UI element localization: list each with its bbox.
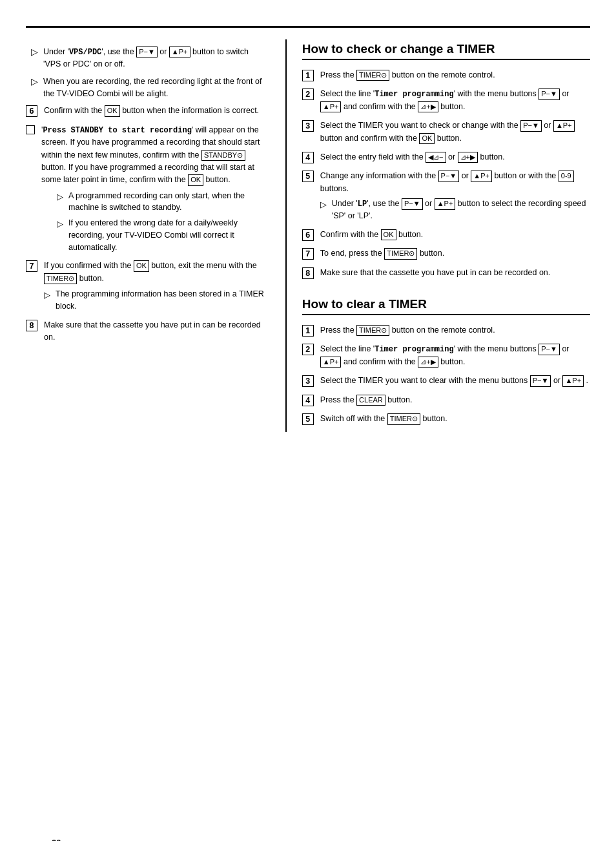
check-step-8: 8 Make sure that the cassette you have p…: [302, 267, 590, 279]
check-step-num-1: 1: [302, 70, 314, 81]
sub-arrow-icon-1: ▷: [57, 191, 63, 203]
sub-arrow-text-check-5: Under 'LP', use the P−▼ or ▲P+ button to…: [332, 198, 590, 222]
section-title-clear: How to clear a TIMER: [302, 297, 590, 315]
clear-step-4: 4 Press the CLEAR button.: [302, 394, 590, 406]
clear-step-num-1: 1: [302, 325, 314, 337]
clear-step-num-5: 5: [302, 413, 314, 425]
step-num-6: 6: [26, 105, 37, 117]
check-step-6: 6 Confirm with the OK button.: [302, 229, 590, 241]
clear-step-text-2: Select the line 'Timer programming' with…: [320, 343, 590, 368]
check-step-text-6: Confirm with the OK button.: [320, 229, 590, 241]
step-6: 6 Confirm with the OK button when the in…: [26, 105, 266, 117]
arrow-text-vps: Under 'VPS/PDC', use the P−▼ or ▲P+ butt…: [43, 46, 266, 70]
step-8: 8 Make sure that the cassette you have p…: [26, 319, 266, 344]
check-step-num-4: 4: [302, 152, 314, 163]
sub-arrow-check-5: ▷ Under 'LP', use the P−▼ or ▲P+ button …: [320, 198, 590, 222]
check-step-3: 3 Select the TIMER you want to check or …: [302, 119, 590, 145]
clear-step-1: 1 Press the TIMER⊙ button on the remote …: [302, 324, 590, 337]
clear-step-text-1: Press the TIMER⊙ button on the remote co…: [320, 324, 590, 337]
clear-step-num-2: 2: [302, 344, 314, 355]
section-clear-timer: How to clear a TIMER 1 Press the TIMER⊙ …: [302, 297, 590, 425]
sub-arrow-icon-7: ▷: [44, 289, 50, 302]
arrow-icon: ▷: [31, 47, 38, 57]
check-step-num-2: 2: [302, 88, 314, 100]
clear-step-text-3: Select the TIMER you want to clear with …: [320, 375, 590, 387]
step-7: 7 If you confirmed with the OK button, e…: [26, 260, 266, 312]
check-step-num-6: 6: [302, 229, 314, 241]
clear-step-text-4: Press the CLEAR button.: [320, 394, 590, 406]
sub-arrow-icon-check-5: ▷: [320, 198, 327, 211]
check-step-text-7: To end, press the TIMER⊙ button.: [320, 247, 590, 260]
step-num-7: 7: [26, 260, 37, 272]
step-text-7: If you confirmed with the OK button, exi…: [44, 260, 266, 312]
check-step-text-3: Select the TIMER you want to check or ch…: [320, 119, 590, 145]
check-step-7: 7 To end, press the TIMER⊙ button.: [302, 247, 590, 260]
sub-arrow-standby-2: ▷ If you entered the wrong date for a da…: [57, 217, 266, 253]
clear-step-3: 3 Select the TIMER you want to clear wit…: [302, 375, 590, 387]
section-check-timer: How to check or change a TIMER 1 Press t…: [302, 42, 590, 279]
top-rule: [26, 26, 590, 28]
checkbox-icon: [26, 125, 35, 134]
check-step-text-1: Press the TIMER⊙ button on the remote co…: [320, 69, 590, 81]
sub-arrow-icon-2: ▷: [57, 218, 63, 231]
checkbox-text-standby: 'Press STANDBY to start recording' will …: [41, 124, 266, 254]
sub-arrow-text-7: The programming information has been sto…: [56, 288, 266, 313]
check-step-text-2: Select the line 'Timer programming' with…: [320, 88, 590, 113]
clear-step-2: 2 Select the line 'Timer programming' wi…: [302, 343, 590, 368]
arrow-item-vps: ▷ Under 'VPS/PDC', use the P−▼ or ▲P+ bu…: [26, 46, 266, 70]
sub-arrow-standby-1: ▷ A programmed recording can only start,…: [57, 190, 266, 214]
check-step-text-5: Change any information with the P−▼ or ▲…: [320, 170, 590, 222]
clear-step-5: 5 Switch off with the TIMER⊙ button.: [302, 413, 590, 425]
clear-step-text-5: Switch off with the TIMER⊙ button.: [320, 413, 590, 425]
step-num-8: 8: [26, 320, 37, 331]
section-title-check: How to check or change a TIMER: [302, 42, 590, 60]
check-step-1: 1 Press the TIMER⊙ button on the remote …: [302, 69, 590, 81]
right-column: How to check or change a TIMER 1 Press t…: [285, 39, 590, 432]
sub-arrow-text-2: If you entered the wrong date for a dail…: [68, 217, 266, 253]
check-step-2: 2 Select the line 'Timer programming' wi…: [302, 88, 590, 113]
clear-step-num-3: 3: [302, 375, 314, 387]
checkbox-standby: 'Press STANDBY to start recording' will …: [26, 124, 266, 254]
check-step-num-5: 5: [302, 171, 314, 182]
check-step-text-4: Select the entry field with the ◀⊿− or ⊿…: [320, 151, 590, 163]
left-column: ▷ Under 'VPS/PDC', use the P−▼ or ▲P+ bu…: [26, 39, 285, 432]
step-text-6: Confirm with the OK button when the info…: [44, 105, 266, 117]
check-step-num-7: 7: [302, 248, 314, 260]
sub-arrow-7: ▷ The programming information has been s…: [44, 288, 266, 313]
page-number: 20: [52, 838, 61, 841]
arrow-item-recording-light: ▷ When you are recording, the red record…: [26, 76, 266, 100]
check-step-text-8: Make sure that the cassette you have put…: [320, 267, 590, 279]
step-text-8: Make sure that the cassette you have put…: [44, 319, 266, 344]
check-step-num-8: 8: [302, 267, 314, 279]
check-step-5: 5 Change any information with the P−▼ or…: [302, 170, 590, 222]
check-step-num-3: 3: [302, 120, 314, 132]
arrow-icon-2: ▷: [31, 76, 38, 87]
clear-step-num-4: 4: [302, 395, 314, 406]
check-step-4: 4 Select the entry field with the ◀⊿− or…: [302, 151, 590, 163]
arrow-text-recording: When you are recording, the red recordin…: [43, 76, 266, 100]
sub-arrow-text-1: A programmed recording can only start, w…: [68, 190, 266, 214]
